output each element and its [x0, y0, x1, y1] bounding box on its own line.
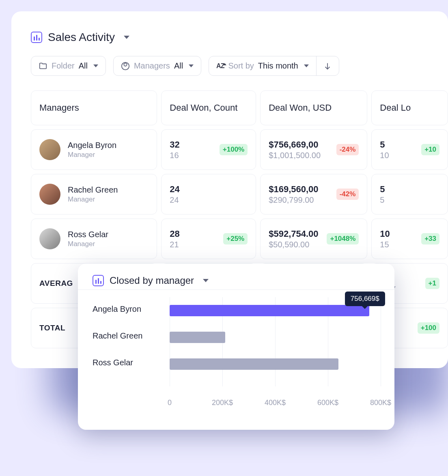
metric-value: 10 [380, 229, 390, 239]
metric-value: 28 [170, 229, 179, 239]
delta-badge: +33 [421, 233, 439, 244]
table-cell: 2424 [161, 174, 256, 214]
chevron-down-icon[interactable] [124, 36, 129, 39]
avatar [39, 184, 60, 205]
chart-x-tick: 200K$ [212, 399, 233, 407]
avatar [39, 139, 60, 160]
column-header-deal-won-usd: Deal Won, USD [260, 90, 367, 125]
table-cell: 55 [371, 174, 448, 214]
chevron-down-icon [304, 64, 309, 67]
metric-prev: $1,001,500.00 [269, 151, 321, 160]
table-cell: $756,669,00$1,001,500.00 -24% [260, 129, 367, 170]
sort-filter[interactable]: AZ Sort by This month [209, 56, 316, 75]
delta-badge: +10 [421, 144, 439, 155]
arrow-down-icon [323, 62, 332, 71]
chart-x-tick: 800K$ [370, 399, 391, 407]
popup-title: Closed by manager [110, 275, 194, 286]
table-row[interactable]: Angela Byron Manager [31, 129, 157, 170]
total-label: TOTAL [39, 324, 65, 332]
sort-direction-button[interactable] [316, 56, 339, 75]
metric-value: $592,754.00 [269, 229, 318, 239]
managers-filter[interactable]: Managers All [113, 56, 201, 76]
delta-badge: -24% [336, 144, 359, 155]
chart-bar-label: Angela Byron [93, 304, 164, 314]
chart-bar-label: Ross Gelar [93, 358, 164, 367]
chart-x-tick: 0 [168, 399, 172, 407]
table-cell: $169,560,00$290,799.00 -42% [260, 174, 367, 214]
metric-prev: 24 [170, 195, 179, 205]
closed-by-manager-chart: Angela ByronRachel GreenRoss Gelar 0200K… [93, 297, 380, 399]
table-cell: 2821 +25% [161, 219, 256, 259]
sort-az-icon: AZ [216, 62, 224, 70]
user-icon [121, 62, 130, 71]
bar-chart-icon [93, 275, 104, 286]
column-header-deal-lost: Deal Lo [371, 90, 448, 125]
folder-filter-value: All [79, 61, 88, 71]
table-cell: 3216 +100% [161, 129, 256, 170]
page-title: Sales Activity [48, 31, 115, 44]
column-header-deal-won-count: Deal Won, Count [161, 90, 256, 125]
svg-point-0 [124, 63, 127, 66]
column-header-managers: Managers [31, 90, 157, 125]
delta-badge: +100 [418, 322, 439, 334]
table-row[interactable]: Ross Gelar Manager [31, 219, 157, 259]
chart-x-tick: 600K$ [317, 399, 338, 407]
chart-bar[interactable] [170, 305, 369, 316]
delta-badge: +25% [223, 233, 248, 244]
folder-icon [39, 62, 47, 71]
manager-role: Manager [68, 151, 116, 159]
manager-name: Angela Byron [68, 141, 116, 150]
metric-prev: $50,590.00 [269, 240, 318, 249]
metric-prev: 16 [170, 151, 179, 160]
folder-filter[interactable]: Folder All [31, 56, 106, 76]
metric-value: 24 [170, 184, 179, 195]
delta-badge: -42% [336, 189, 359, 200]
metric-value: $756,669,00 [269, 139, 321, 150]
chart-tooltip: 756,669$ [345, 292, 385, 306]
managers-filter-value: All [174, 61, 183, 71]
manager-name: Rachel Green [68, 185, 118, 195]
chart-x-tick: 400K$ [265, 399, 286, 407]
chevron-down-icon [189, 64, 194, 67]
chart-bar[interactable] [170, 332, 225, 343]
metric-prev: 5 [380, 195, 385, 205]
bar-chart-icon [31, 32, 42, 43]
closed-by-manager-popup: Closed by manager Angela ByronRachel Gre… [78, 264, 394, 430]
table-cell: 1015 +33 [371, 219, 448, 259]
sort-filter-label: Sort by [228, 61, 254, 71]
average-label: AVERAG [39, 279, 73, 288]
delta-badge: +1 [425, 278, 439, 289]
folder-filter-label: Folder [52, 61, 75, 71]
metric-prev: 21 [170, 240, 179, 249]
chart-bar[interactable] [170, 358, 338, 370]
managers-filter-label: Managers [134, 61, 170, 71]
delta-badge: +100% [220, 144, 248, 155]
manager-role: Manager [68, 195, 118, 204]
metric-value: 5 [380, 139, 389, 150]
chart-bar-label: Rachel Green [93, 331, 164, 341]
avatar [39, 228, 60, 249]
chevron-down-icon [93, 64, 98, 67]
metric-prev: $290,799.00 [269, 195, 318, 205]
metric-value: $169,560,00 [269, 184, 318, 195]
chevron-down-icon[interactable] [203, 279, 209, 282]
table-cell: $592,754.00$50,590.00 +1048% [260, 219, 367, 259]
sort-filter-value: This month [258, 61, 298, 71]
table-row[interactable]: Rachel Green Manager [31, 174, 157, 214]
metric-prev: 15 [380, 240, 390, 249]
manager-name: Ross Gelar [68, 230, 108, 239]
delta-badge: +1048% [327, 233, 359, 244]
manager-role: Manager [68, 240, 108, 248]
table-cell: 510 +10 [371, 129, 448, 170]
metric-prev: 10 [380, 151, 389, 160]
metric-value: 32 [170, 139, 179, 150]
metric-value: 5 [380, 184, 385, 195]
